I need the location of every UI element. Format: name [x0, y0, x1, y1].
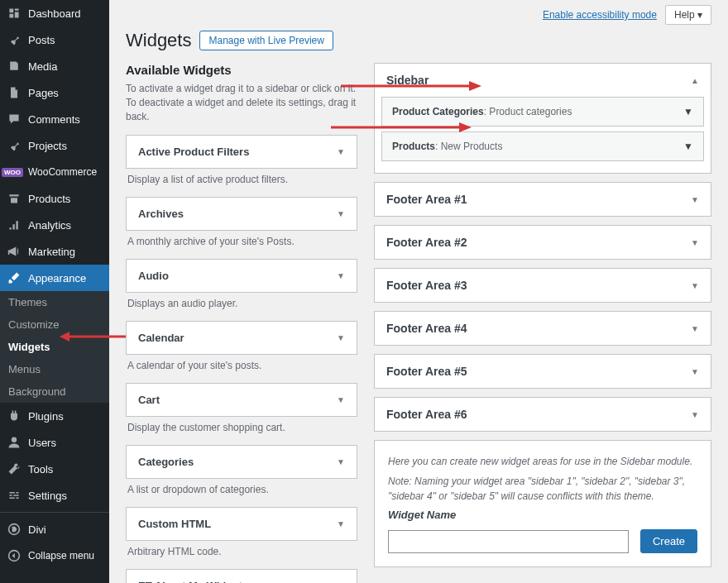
- submenu-themes[interactable]: Themes: [0, 291, 109, 313]
- products-icon: [7, 191, 22, 206]
- menu-posts[interactable]: Posts: [0, 26, 109, 53]
- area-title: Sidebar: [386, 74, 429, 87]
- chevron-down-icon: ▼: [683, 141, 693, 152]
- widget-label: Cart: [138, 394, 160, 406]
- widget-name-label: Widget Name: [388, 509, 697, 521]
- chevron-down-icon: ▼: [691, 367, 699, 376]
- chevron-down-icon: ▼: [337, 457, 345, 466]
- top-bar: Enable accessibility mode Help ▾: [126, 0, 711, 30]
- widget-name-input[interactable]: [388, 530, 629, 553]
- menu-plugins[interactable]: Plugins: [0, 403, 109, 429]
- chevron-up-icon: ▲: [691, 76, 699, 85]
- widget-label: Active Product Filters: [138, 146, 249, 158]
- chevron-down-icon: ▼: [337, 147, 345, 156]
- menu-label: Products: [28, 193, 70, 205]
- menu-woocommerce[interactable]: WOO WooCommerce: [0, 159, 109, 185]
- menu-projects[interactable]: Projects: [0, 132, 109, 159]
- footer-area-header[interactable]: Footer Area #5▼: [375, 355, 711, 388]
- menu-label: Projects: [28, 140, 67, 152]
- menu-comments[interactable]: Comments: [0, 106, 109, 132]
- widget-label: Audio: [138, 270, 169, 282]
- available-intro: To activate a widget drag it to a sideba…: [126, 82, 357, 123]
- footer-area-header[interactable]: Footer Area #3▼: [375, 269, 711, 302]
- footer-area-header[interactable]: Footer Area #1▼: [375, 183, 711, 216]
- widget-description: A list or dropdown of categories.: [126, 484, 357, 495]
- menu-collapse[interactable]: Collapse menu: [0, 542, 109, 569]
- menu-media[interactable]: Media: [0, 53, 109, 79]
- menu-label: Comments: [28, 113, 80, 126]
- svg-point-0: [12, 437, 17, 442]
- widget-description: A calendar of your site's posts.: [126, 360, 357, 371]
- available-widget[interactable]: Calendar▼: [126, 321, 357, 355]
- sidebar-widget-item[interactable]: Product Categories: Product categories▼: [381, 97, 704, 127]
- footer-area-header[interactable]: Footer Area #2▼: [375, 226, 711, 259]
- available-widget[interactable]: Archives▼: [126, 197, 357, 231]
- footer-area: Footer Area #4▼: [374, 311, 711, 346]
- menu-settings[interactable]: Settings: [0, 482, 109, 509]
- menu-label: Divi: [28, 523, 46, 536]
- chevron-down-icon: ▼: [337, 333, 345, 342]
- footer-area: Footer Area #5▼: [374, 354, 711, 389]
- footer-area: Footer Area #3▼: [374, 268, 711, 303]
- submenu-customize[interactable]: Customize: [0, 313, 109, 336]
- widget-subtitle: : Product categories: [484, 106, 572, 117]
- available-widget[interactable]: Categories▼: [126, 445, 357, 479]
- menu-label: Collapse menu: [28, 550, 94, 561]
- menu-users[interactable]: Users: [0, 429, 109, 456]
- menu-tools[interactable]: Tools: [0, 456, 109, 482]
- footer-area: Footer Area #6▼: [374, 397, 711, 432]
- submenu-menus[interactable]: Menus: [0, 358, 109, 380]
- live-preview-button[interactable]: Manage with Live Preview: [199, 31, 333, 50]
- area-title: Footer Area #2: [386, 236, 467, 249]
- menu-appearance[interactable]: Appearance: [0, 265, 109, 291]
- menu-analytics[interactable]: Analytics: [0, 212, 109, 238]
- menu-products[interactable]: Products: [0, 185, 109, 212]
- footer-area-header[interactable]: Footer Area #6▼: [375, 398, 711, 431]
- chevron-down-icon: ▼: [691, 324, 699, 333]
- chevron-down-icon: ▼: [337, 271, 345, 280]
- megaphone-icon: [7, 244, 22, 259]
- chevron-down-icon: ▼: [691, 281, 699, 290]
- menu-label: Users: [28, 437, 56, 449]
- menu-marketing[interactable]: Marketing: [0, 238, 109, 265]
- available-widget[interactable]: Active Product Filters▼: [126, 135, 357, 169]
- admin-sidebar: Dashboard Posts Media Pages Comments Pro…: [0, 0, 109, 583]
- sidebar-area-header[interactable]: Sidebar ▲: [375, 64, 711, 97]
- projects-icon: [7, 138, 22, 153]
- analytics-icon: [7, 217, 22, 232]
- create-note-2: Note: Naming your widget area "sidebar 1…: [388, 474, 697, 504]
- widget-description: Display a list of active product filters…: [126, 174, 357, 185]
- chevron-down-icon: ▼: [691, 410, 699, 419]
- chevron-down-icon: ▼: [337, 395, 345, 404]
- area-title: Footer Area #6: [386, 408, 467, 421]
- help-tab[interactable]: Help ▾: [665, 5, 711, 25]
- menu-label: Settings: [28, 490, 67, 502]
- widget-label: Categories: [138, 456, 194, 468]
- footer-area: Footer Area #2▼: [374, 225, 711, 260]
- widget-label: ET About Me Widget: [138, 580, 242, 583]
- menu-label: Dashboard: [28, 7, 81, 20]
- submenu-widgets[interactable]: Widgets: [0, 336, 109, 358]
- area-title: Footer Area #1: [386, 193, 467, 206]
- available-widget[interactable]: Custom HTML▼: [126, 507, 357, 541]
- area-title: Footer Area #3: [386, 279, 467, 292]
- submenu-background[interactable]: Background: [0, 380, 109, 403]
- sidebar-area: Sidebar ▲ Product Categories: Product ca…: [374, 63, 711, 174]
- sidebar-widget-item[interactable]: Products: New Products▼: [381, 131, 704, 161]
- chevron-down-icon: ▼: [337, 519, 345, 528]
- widget-label: Archives: [138, 208, 184, 220]
- available-widget[interactable]: ET About Me Widget▼: [126, 569, 357, 583]
- create-button[interactable]: Create: [640, 529, 697, 553]
- chevron-down-icon: ▼: [683, 106, 693, 117]
- collapse-icon: [7, 548, 22, 563]
- menu-pages[interactable]: Pages: [0, 79, 109, 106]
- available-widget[interactable]: Cart▼: [126, 383, 357, 417]
- menu-divi[interactable]: Divi: [0, 516, 109, 542]
- available-widget[interactable]: Audio▼: [126, 259, 357, 293]
- tools-icon: [7, 461, 22, 476]
- accessibility-link[interactable]: Enable accessibility mode: [543, 9, 657, 21]
- footer-area-header[interactable]: Footer Area #4▼: [375, 312, 711, 345]
- users-icon: [7, 435, 22, 450]
- menu-dashboard[interactable]: Dashboard: [0, 0, 109, 26]
- plugins-icon: [7, 409, 22, 423]
